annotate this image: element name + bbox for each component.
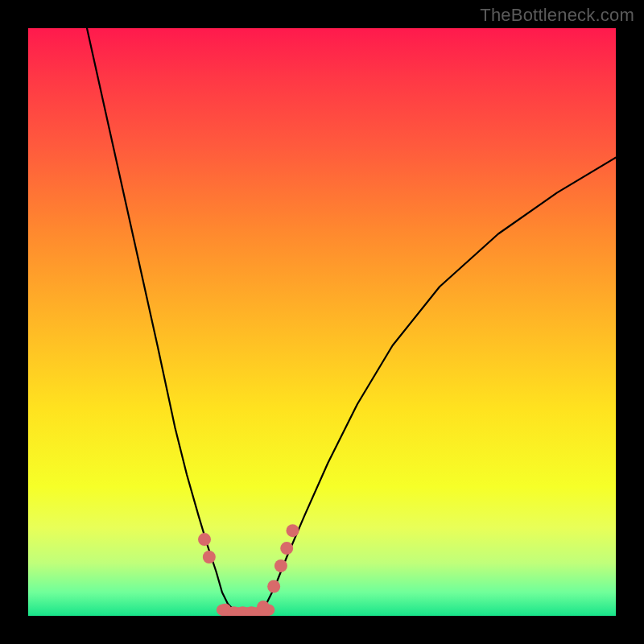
plot-area [28,28,616,616]
highlight-dot [287,524,299,537]
highlight-dot [203,551,216,564]
highlight-dot [275,559,287,572]
curve-path [263,158,616,610]
highlight-dot [267,580,280,593]
watermark-text: TheBottleneck.com [480,5,634,26]
chart-svg [28,28,616,616]
curve-path [87,28,234,610]
highlight-dot [198,533,211,546]
chart-frame: TheBottleneck.com [0,0,644,644]
highlight-dot [257,601,270,613]
highlight-dot [280,542,293,555]
